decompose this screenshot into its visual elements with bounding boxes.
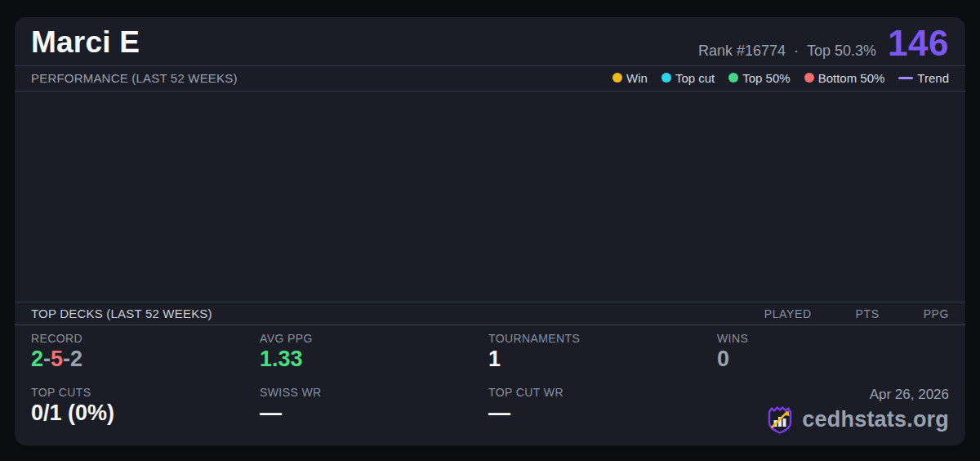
wins-value: 0 <box>717 347 949 371</box>
legend-item-win: Win <box>612 71 648 85</box>
top-cut-wr-value: — <box>488 401 717 425</box>
top-decks-columns: PLAYED PTS PPG <box>764 307 949 320</box>
win-dot-icon <box>612 73 622 83</box>
legend-item-trend: Trend <box>898 71 949 85</box>
chart-legend: Win Top cut Top 50% Bottom 50% Trend <box>612 71 949 85</box>
performance-chart <box>15 92 965 302</box>
header-right: Rank #16774 · Top 50.3% 146 <box>698 27 949 60</box>
cedhstats-logo-icon <box>764 403 796 436</box>
legend-item-bottom-50: Bottom 50% <box>804 71 885 85</box>
tournaments-value: 1 <box>488 347 717 371</box>
legend-label: Bottom 50% <box>818 71 885 85</box>
record-value: 2-5-2 <box>31 347 260 371</box>
column-header-pts: PTS <box>856 307 880 320</box>
rank-separator-dot: · <box>794 43 799 60</box>
stat-label: TOP CUTS <box>31 386 260 399</box>
stat-top-cut-wr: TOP CUT WR — <box>488 386 717 436</box>
column-header-played: PLAYED <box>764 307 812 320</box>
record-draws: 2 <box>70 347 82 371</box>
brand-row: cedhstats.org <box>764 403 949 436</box>
trend-line-icon <box>898 77 913 79</box>
performance-section-title: PERFORMANCE (LAST 52 WEEKS) <box>31 71 238 85</box>
player-stats-card: Marci E Rank #16774 · Top 50.3% 146 PERF… <box>15 17 965 445</box>
stat-label: RECORD <box>31 332 260 345</box>
legend-label: Top cut <box>675 71 715 85</box>
top-cuts-value: 0/1 (0%) <box>31 401 260 425</box>
legend-item-top-cut: Top cut <box>662 71 715 85</box>
legend-label: Trend <box>917 71 949 85</box>
bottom-50-dot-icon <box>804 73 814 83</box>
rank-text: Rank #16774 <box>698 43 786 60</box>
top-decks-header-row: TOP DECKS (LAST 52 WEEKS) PLAYED PTS PPG <box>15 302 965 325</box>
stat-label: TOURNAMENTS <box>488 332 717 345</box>
top-50-dot-icon <box>728 73 738 83</box>
stat-label: TOP CUT WR <box>488 386 717 399</box>
stat-top-cuts: TOP CUTS 0/1 (0%) <box>31 386 260 436</box>
performance-header-row: PERFORMANCE (LAST 52 WEEKS) Win Top cut … <box>15 66 965 92</box>
stat-label: SWISS WR <box>260 386 488 399</box>
avg-ppg-value: 1.33 <box>260 347 488 371</box>
record-separator: - <box>63 347 70 371</box>
stat-tournaments: TOURNAMENTS 1 <box>488 332 717 382</box>
legend-label: Top 50% <box>742 71 790 85</box>
legend-item-top-50: Top 50% <box>728 71 790 85</box>
player-score: 146 <box>888 27 949 60</box>
footer-cell: Apr 26, 2026 cedhstats.org <box>717 386 949 436</box>
stat-swiss-wr: SWISS WR — <box>260 386 488 436</box>
stat-wins: WINS 0 <box>717 332 949 382</box>
stats-grid: RECORD 2-5-2 AVG PPG 1.33 TOURNAMENTS 1 … <box>15 325 965 445</box>
rank-line: Rank #16774 · Top 50.3% <box>698 43 876 60</box>
swiss-wr-value: — <box>260 401 488 425</box>
legend-label: Win <box>626 71 648 85</box>
stat-record: RECORD 2-5-2 <box>31 332 260 382</box>
top-cut-dot-icon <box>662 73 671 83</box>
player-name: Marci E <box>31 25 140 60</box>
stat-label: WINS <box>717 332 949 345</box>
brand-name: cedhstats.org <box>802 409 949 431</box>
stat-avg-ppg: AVG PPG 1.33 <box>260 332 488 382</box>
record-wins: 2 <box>31 347 43 371</box>
top-decks-title: TOP DECKS (LAST 52 WEEKS) <box>31 307 212 320</box>
record-separator: - <box>43 347 51 371</box>
generated-date: Apr 26, 2026 <box>870 387 949 403</box>
top-percent-text: Top 50.3% <box>807 43 876 60</box>
card-header: Marci E Rank #16774 · Top 50.3% 146 <box>15 17 965 66</box>
stat-label: AVG PPG <box>260 332 488 345</box>
column-header-ppg: PPG <box>924 307 949 320</box>
record-losses: 5 <box>51 347 63 371</box>
